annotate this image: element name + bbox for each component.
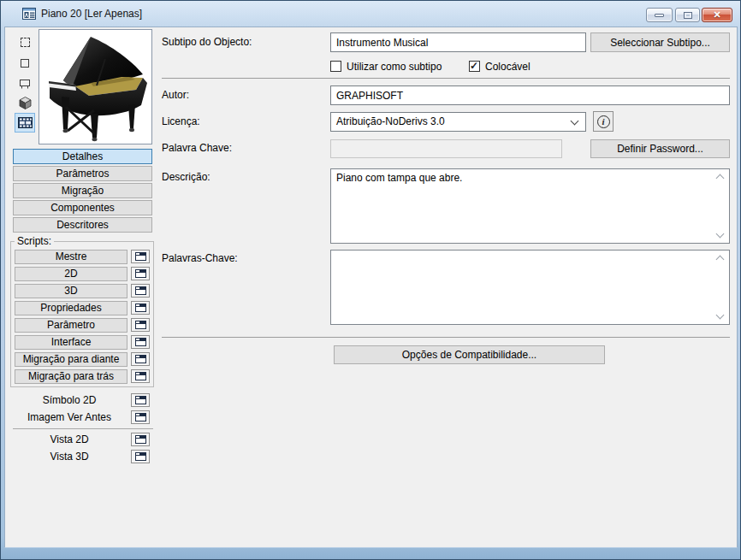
sidebar-separator [13,428,153,429]
author-label: Autor: [162,89,189,102]
description-textarea[interactable]: Piano com tampa que abre. [330,168,730,244]
vista-3d-label: Vista 3D [13,450,126,463]
license-info-button[interactable]: i [593,111,614,132]
license-label: Licença: [162,115,200,128]
window-title: Piano 20 [Ler Apenas] [41,1,142,27]
set-password-button[interactable]: Definir Password... [590,139,730,158]
scroll-up-icon[interactable] [716,256,725,264]
window-icon [135,355,146,363]
open-propriedades-window-button[interactable] [131,301,150,315]
titlebar[interactable]: Piano 20 [Ler Apenas] ✕ [1,1,740,27]
open-3d-window-button[interactable] [131,284,150,298]
open-imagem-ver-antes-window-button[interactable] [131,410,150,424]
imagem-ver-antes-label: Imagem Ver Antes [13,410,126,424]
tab-componentes[interactable]: Componentes [13,200,152,215]
script-3d-button[interactable]: 3D [15,284,127,298]
chevron-down-icon [571,117,579,126]
window-icon [135,413,146,421]
subtype-label: Subtipo do Objecto: [162,36,252,49]
script-migracao-tras-button[interactable]: Migração para trás [15,369,127,384]
window-icon [135,372,146,380]
form-separator-2 [162,337,730,338]
window-icon [135,396,146,404]
open-2d-window-button[interactable] [131,267,150,280]
form-separator-1 [162,78,730,79]
window-icon [135,435,146,444]
gdl-object-icon [22,7,36,21]
maximize-icon [684,12,692,19]
preview-mode-picture[interactable] [15,113,35,133]
preview-mode-plan[interactable] [15,53,35,73]
preview-mode-symbol-2d[interactable] [15,32,35,52]
tab-parametros[interactable]: Parâmetros [13,166,152,181]
password-label: Palavra Chave: [162,142,232,155]
object-editor-window: Piano 20 [Ler Apenas] ✕ [0,0,741,560]
window-icon [135,252,146,261]
window-icon [135,321,146,329]
script-mestre-button[interactable]: Mestre [15,250,127,264]
open-interface-window-button[interactable] [131,335,150,349]
preview-mode-elevation[interactable] [15,74,35,93]
script-2d-button[interactable]: 2D [15,267,127,281]
password-field [330,139,562,158]
open-migracao-tras-window-button[interactable] [131,369,150,383]
tab-detalhes[interactable]: Detalhes [13,149,152,164]
scroll-up-icon[interactable] [716,174,725,183]
vista-2d-label: Vista 2D [13,433,126,446]
keywords-label: Palavras-Chave: [162,252,238,265]
grand-piano-image [39,30,151,144]
maximize-button[interactable] [675,8,700,22]
dialog-client-area: Detalhes Parâmetros Migração Componentes… [4,27,738,548]
preview-mode-3d[interactable] [15,93,35,113]
tab-migracao[interactable]: Migração [13,183,152,198]
placeable-checkbox[interactable] [469,61,480,72]
minimize-icon [655,14,664,17]
script-migracao-diante-button[interactable]: Migração para diante [15,352,127,367]
script-interface-button[interactable]: Interface [15,335,127,350]
window-icon [135,338,146,346]
use-as-subtype-label: Utilizar como subtipo [347,61,442,73]
symbol-2d-icon [21,38,30,47]
object-preview [39,29,152,144]
open-parametro-window-button[interactable] [131,318,150,332]
plan-view-icon [21,59,29,68]
open-mestre-window-button[interactable] [131,250,150,263]
description-text: Piano com tampa que abre. [336,172,462,184]
cube-3d-icon [18,96,33,110]
film-preview-icon [18,116,33,129]
window-icon [135,452,146,461]
description-label: Descrição: [162,171,210,184]
simbolo-2d-label: Símbolo 2D [13,393,126,407]
tab-descritores[interactable]: Descritores [13,217,152,233]
scroll-down-icon[interactable] [716,230,725,239]
subtype-field[interactable] [330,32,586,52]
compatibility-options-button[interactable]: Opções de Compatibilidade... [334,345,605,364]
select-subtype-button[interactable]: Seleccionar Subtipo... [590,32,730,52]
close-icon: ✕ [713,10,720,20]
open-migracao-diante-window-button[interactable] [131,352,150,366]
keywords-textarea[interactable] [330,250,730,325]
license-selected-value: Atribuição-NoDerivs 3.0 [336,115,445,127]
script-propriedades-button[interactable]: Propriedades [15,301,127,315]
scripts-group-label: Scripts: [15,235,54,247]
placeable-label: Colocável [485,61,531,73]
open-simbolo-2d-window-button[interactable] [131,393,150,407]
open-vista-2d-window-button[interactable] [131,433,150,446]
window-icon [135,286,146,295]
window-icon [135,269,146,278]
elevation-view-icon [18,77,32,91]
close-button[interactable]: ✕ [702,8,732,22]
script-parametro-button[interactable]: Parâmetro [15,318,127,333]
minimize-button[interactable] [646,8,673,22]
license-select[interactable]: Atribuição-NoDerivs 3.0 [330,112,586,132]
scroll-down-icon[interactable] [716,311,725,320]
author-field[interactable] [330,85,730,105]
window-icon [135,304,146,312]
use-as-subtype-checkbox[interactable] [330,61,341,72]
open-vista-3d-window-button[interactable] [131,450,150,463]
info-icon: i [597,115,610,128]
